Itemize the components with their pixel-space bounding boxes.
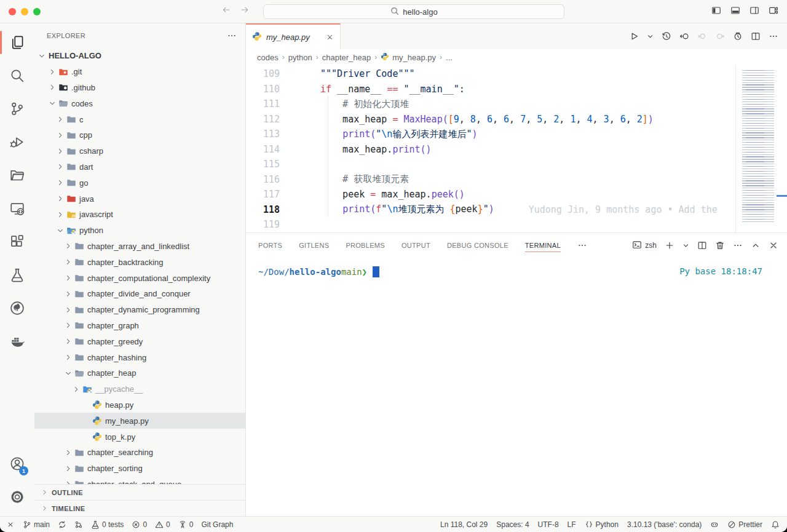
status-cursor-position[interactable]: Ln 118, Col 29 (440, 520, 488, 529)
panel-tab-debug-console[interactable]: DEBUG CONSOLE (447, 233, 508, 258)
run-dropdown-icon[interactable] (647, 33, 654, 40)
status-prettier[interactable]: Prettier (727, 520, 762, 529)
activity-run-and-debug-icon[interactable] (0, 125, 34, 159)
zoom-window-button[interactable] (33, 8, 41, 15)
tree-item-chapter-searching[interactable]: chapter_searching (34, 445, 245, 461)
settings-gear-icon[interactable] (0, 480, 34, 514)
tree-item-chapter-stack-and-queue[interactable]: chapter_stack_and_queue (34, 477, 245, 484)
tree-item-go[interactable]: go (34, 175, 245, 191)
code-line-114[interactable]: 114 max_heap.print() (246, 142, 787, 157)
code-line-111[interactable]: 111 # 初始化大顶堆 (246, 97, 787, 112)
tree-item-chapter-dynamic-programming[interactable]: chapter_dynamic_programming (34, 302, 245, 318)
terminal-profile-dropdown-icon[interactable] (682, 242, 689, 249)
status-warnings[interactable]: 0 (155, 520, 170, 529)
tree-item--pycache-[interactable]: __pycache__ (34, 381, 245, 397)
code-line-113[interactable]: 113 print("\n输入列表并建堆后") (246, 127, 787, 142)
activity-search-icon[interactable] (0, 59, 34, 92)
panel-tab-gitlens[interactable]: GITLENS (299, 233, 329, 258)
timeline-history-icon[interactable] (662, 31, 671, 41)
accounts-icon[interactable]: 1 (0, 447, 34, 480)
split-editor-icon[interactable] (751, 31, 761, 41)
activity-project-manager-icon[interactable] (0, 159, 34, 192)
code-line-117[interactable]: 117 peek = max_heap.peek() (246, 187, 787, 202)
status-git-branch[interactable]: main (23, 520, 50, 529)
close-window-button[interactable] (9, 8, 16, 15)
sidebar-section-timeline[interactable]: TIMELINE (34, 500, 245, 516)
tree-item-python[interactable]: python (34, 223, 245, 239)
panel-tab-ports[interactable]: PORTS (258, 233, 282, 258)
tree-item-chapter-greedy[interactable]: chapter_greedy (34, 333, 245, 349)
gitlens-open-changes-icon[interactable] (679, 31, 689, 41)
kill-terminal-icon[interactable] (715, 240, 725, 250)
tree-item-chapter-computational-complexity[interactable]: chapter_computational_complexity (34, 270, 245, 286)
panel-tab-problems[interactable]: PROBLEMS (346, 233, 385, 258)
tree-item-chapter-array-and-linkedlist[interactable]: chapter_array_and_linkedlist (34, 239, 245, 255)
panel-tab-terminal[interactable]: TERMINAL (525, 233, 561, 258)
tree-item-my-heap-py[interactable]: my_heap.py (34, 413, 245, 429)
tree-item-codes[interactable]: codes (34, 95, 245, 111)
tree-item--github[interactable]: .github (34, 80, 245, 96)
status-remote-indicator[interactable] (6, 520, 15, 529)
status-test-results[interactable]: 0 tests (91, 520, 124, 529)
close-panel-icon[interactable] (769, 240, 778, 250)
status-language-mode[interactable]: Python (585, 520, 619, 529)
terminal[interactable]: ~/Dow/hello-algo main ❯ Py base 18:18:47 (246, 258, 787, 516)
split-terminal-icon[interactable] (697, 240, 707, 250)
breadcrumb-segment-chapter-heap[interactable]: chapter_heap (322, 53, 371, 62)
tree-item-c[interactable]: c (34, 111, 245, 127)
activity-remote-explorer-icon[interactable] (0, 192, 34, 225)
explorer-more-actions[interactable] (227, 31, 237, 41)
tree-root-hello-algo[interactable]: HELLO-ALGO (34, 48, 245, 64)
status-sync-changes[interactable] (58, 520, 66, 529)
sidebar-section-outline[interactable]: OUTLINE (34, 484, 245, 500)
tree-item-chapter-sorting[interactable]: chapter_sorting (34, 461, 245, 477)
tree-item-chapter-divide-and-conquer[interactable]: chapter_divide_and_conquer (34, 286, 245, 302)
status-indentation[interactable]: Spaces: 4 (496, 520, 529, 529)
code-line-115[interactable]: 115 (246, 157, 787, 172)
tree-item-chapter-hashing[interactable]: chapter_hashing (34, 349, 245, 365)
tree-item-chapter-graph[interactable]: chapter_graph (34, 318, 245, 334)
activity-source-control-icon[interactable] (0, 92, 34, 125)
activity-explorer-icon[interactable] (0, 26, 34, 59)
toggle-primary-sidebar-icon[interactable] (711, 6, 721, 15)
status-git-graph-icon[interactable] (74, 520, 83, 529)
tree-item-javascript[interactable]: JSjavascript (34, 207, 245, 223)
close-tab-icon[interactable] (326, 33, 334, 41)
tree-item-chapter-backtracking[interactable]: chapter_backtracking (34, 254, 245, 270)
code-line-110[interactable]: 110if __name__ == "__main__": (246, 82, 787, 97)
activity-testing-icon[interactable] (0, 258, 34, 292)
panel-more-actions-icon[interactable] (733, 240, 743, 250)
breadcrumb-segment-codes[interactable]: codes (257, 53, 279, 62)
tree-item-cpp[interactable]: cpp (34, 127, 245, 143)
terminal-shell-selector[interactable]: zsh (632, 240, 657, 252)
command-center-search[interactable]: hello-algo (263, 4, 564, 19)
status-git-graph-button[interactable]: Git Graph (201, 520, 233, 529)
maximize-panel-icon[interactable] (751, 240, 761, 250)
status-encoding[interactable]: UTF-8 (538, 520, 559, 529)
customize-layout-icon[interactable] (769, 6, 778, 15)
breadcrumb-segment--[interactable]: ... (446, 53, 453, 62)
breadcrumb-segment-my-heap-py[interactable]: my_heap.py (381, 52, 436, 63)
tree-item--git[interactable]: .git (34, 64, 245, 80)
activity-docker-icon[interactable] (0, 325, 34, 358)
toggle-panel-icon[interactable] (730, 6, 740, 15)
minimize-window-button[interactable] (21, 8, 28, 15)
toggle-secondary-sidebar-icon[interactable] (749, 6, 759, 15)
run-python-file-icon[interactable] (629, 31, 639, 41)
more-actions-icon[interactable] (769, 31, 778, 41)
status-python-interpreter[interactable]: 3.10.13 ('base': conda) (627, 520, 702, 529)
go-back-button[interactable] (221, 5, 231, 15)
tree-item-top-k-py[interactable]: top_k.py (34, 429, 245, 445)
activity-extensions-icon[interactable] (0, 225, 34, 258)
tree-item-csharp[interactable]: csharp (34, 143, 245, 159)
code-line-112[interactable]: 112 max_heap = MaxHeap([9, 8, 6, 6, 7, 5… (246, 112, 787, 127)
go-forward-button[interactable] (240, 5, 250, 15)
new-terminal-icon[interactable] (665, 240, 674, 250)
code-line-109[interactable]: 109"""Driver Code""" (246, 66, 787, 82)
status-eol-sequence[interactable]: LF (568, 520, 576, 529)
code-line-116[interactable]: 116 # 获取堆顶元素 (246, 172, 787, 188)
tree-item-java[interactable]: java (34, 191, 245, 207)
status-forwarded-ports[interactable]: 0 (178, 520, 194, 529)
code-line-119[interactable]: 119 (246, 217, 787, 232)
tree-item-chapter-heap[interactable]: chapter_heap (34, 365, 245, 381)
